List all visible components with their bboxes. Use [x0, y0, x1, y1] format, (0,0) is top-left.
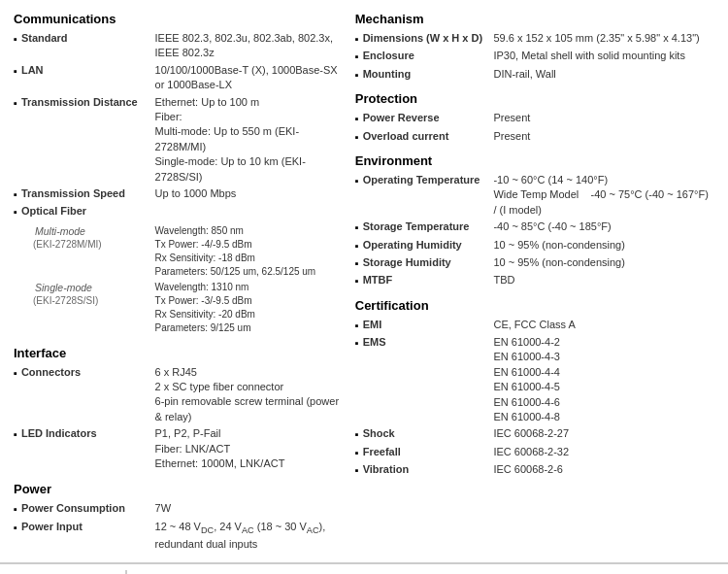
power-input-label: Power Input: [21, 520, 83, 534]
led-value: P1, P2, P-Fail Fiber: LNK/ACT Ethernet: …: [153, 425, 346, 472]
tx-speed-value: Up to 1000 Mbps: [153, 186, 346, 203]
table-row: ▪ EMI CE, FCC Class A: [355, 317, 714, 334]
op-humidity-value: 10 ~ 95% (non-condensing): [491, 237, 714, 254]
environment-table: ▪ Operating Temperature -10 ~ 60°C (14 ~…: [355, 172, 714, 290]
protection-table: ▪ Power Reverse Present ▪ Overload curre…: [355, 110, 714, 146]
emi-label: EMI: [363, 318, 382, 332]
sm-line1: Wavelength: 1310 nm: [155, 281, 344, 294]
left-column: Communications ▪ Standard IEEE 802.3, 80…: [14, 12, 346, 555]
bullet-icon: ▪: [355, 50, 359, 64]
interface-table: ▪ Connectors 6 x RJ45 2 x SC type fiber …: [14, 364, 346, 473]
conn-line2: 2 x SC type fiber connector: [155, 380, 344, 394]
dimensions-value: 59.6 x 152 x 105 mm (2.35" x 5.98" x 4.1…: [491, 30, 714, 48]
optical-fiber-table: Multi-mode (EKI-2728M/MI) Wavelength: 85…: [14, 223, 346, 336]
bullet-icon: ▪: [355, 112, 359, 126]
power-input-value: 12 ~ 48 VDC, 24 VAC (18 ~ 30 VAC), redun…: [153, 519, 346, 553]
connectors-value: 6 x RJ45 2 x SC type fiber connector 6-p…: [153, 364, 346, 426]
table-row: ▪ Storage Humidity 10 ~ 95% (non-condens…: [355, 254, 714, 272]
overload-current-label: Overload current: [363, 129, 449, 144]
mm-line1: Wavelength: 850 nm: [155, 224, 344, 238]
table-row: ▪ Power Consumption 7W: [14, 500, 346, 518]
bullet-icon: ▪: [355, 256, 359, 271]
bullet-icon: ▪: [14, 205, 17, 219]
table-row: ▪ Dimensions (W x H x D) 59.6 x 152 x 10…: [355, 30, 714, 48]
tx-dist-line4: Single-mode: Up to 10 km (EKI-2728S/SI): [155, 154, 344, 185]
bullet-icon: ▪: [355, 130, 359, 145]
table-row: ▪ Enclosure IP30, Metal shell with solid…: [355, 48, 714, 65]
logo: ADʌANTECH: [14, 570, 114, 574]
op-temp-line1: -10 ~ 60°C (14 ~ 140°F): [493, 173, 712, 187]
freefall-label: Freefall: [363, 445, 401, 459]
tx-distance-value: Ethernet: Up to 100 m Fiber: Multi-mode:…: [153, 94, 346, 186]
bullet-icon: ▪: [355, 68, 359, 83]
table-row: ▪ EMS EN 61000-4-2 EN 61000-4-3 EN 61000…: [355, 334, 714, 425]
page-wrapper: Communications ▪ Standard IEEE 802.3, 80…: [0, 0, 728, 574]
storage-humidity-value: 10 ~ 95% (non-condensing): [491, 254, 714, 272]
lan-value: 10/100/1000Base-T (X), 1000Base-SX or 10…: [153, 62, 346, 94]
table-row: ▪ LED Indicators P1, P2, P-Fail Fiber: L…: [14, 425, 346, 472]
bullet-icon: ▪: [355, 32, 359, 47]
bullet-icon: ▪: [14, 427, 17, 442]
table-row: ▪ Transmission Distance Ethernet: Up to …: [14, 94, 346, 186]
certification-table: ▪ EMI CE, FCC Class A ▪ EMS: [355, 317, 714, 480]
ems-line2: EN 61000-4-3: [493, 350, 712, 364]
tx-dist-line2: Fiber:: [155, 110, 344, 124]
table-row: ▪ Vibration IEC 60068-2-6: [355, 461, 714, 479]
table-row: ▪ LAN 10/100/1000Base-T (X), 1000Base-SX…: [14, 62, 346, 94]
shock-label: Shock: [363, 426, 395, 441]
tx-speed-label: Transmission Speed: [21, 186, 125, 201]
sm-line3: Rx Sensitivity: -20 dBm: [155, 308, 344, 321]
table-row: ▪ Operating Temperature -10 ~ 60°C (14 ~…: [355, 172, 714, 219]
enclosure-label: Enclosure: [363, 49, 414, 63]
standard-label: Standard: [21, 31, 68, 46]
table-row: ▪ Overload current Present: [355, 128, 714, 146]
singlemode-label: Single-mode: [23, 281, 151, 295]
mm-line2: Tx Power: -4/-9.5 dBm: [155, 238, 344, 252]
power-reverse-label: Power Reverse: [363, 111, 440, 125]
content-area: Communications ▪ Standard IEEE 802.3, 80…: [0, 0, 728, 562]
mounting-label: Mounting: [363, 67, 411, 82]
bullet-icon: ▪: [355, 274, 359, 288]
bullet-icon: ▪: [14, 502, 17, 517]
footer: ADʌANTECH Industrial Ethernet Soultions: [0, 562, 728, 574]
table-row: Multi-mode (EKI-2728M/MI) Wavelength: 85…: [14, 223, 346, 280]
main-content: Communications ▪ Standard IEEE 802.3, 80…: [0, 0, 728, 562]
multimode-eki: (EKI-2728M/MI): [23, 238, 151, 252]
table-row: ▪ Transmission Speed Up to 1000 Mbps: [14, 186, 346, 203]
mm-line4: Parameters: 50/125 um, 62.5/125 um: [155, 265, 344, 279]
table-row: Single-mode (EKI-2728S/SI) Wavelength: 1…: [14, 280, 346, 336]
tx-dist-line3: Multi-mode: Up to 550 m (EKI-2728M/MI): [155, 124, 344, 154]
multimode-values: Wavelength: 850 nm Tx Power: -4/-9.5 dBm…: [153, 223, 346, 280]
right-column: Mechanism ▪ Dimensions (W x H x D) 59.6 …: [355, 12, 714, 555]
ems-line6: EN 61000-4-8: [493, 410, 712, 424]
connectors-label: Connectors: [21, 365, 81, 380]
shock-value: IEC 60068-2-27: [491, 425, 714, 443]
bullet-icon: ▪: [14, 187, 17, 202]
bullet-icon: ▪: [355, 427, 359, 442]
footer-area: ADʌANTECH Industrial Ethernet Soultions …: [0, 562, 728, 574]
ems-label: EMS: [363, 335, 386, 350]
section-communications: Communications: [14, 12, 346, 26]
table-row: ▪ Storage Temperature -40 ~ 85°C (-40 ~ …: [355, 219, 714, 236]
table-row: ▪ Connectors 6 x RJ45 2 x SC type fiber …: [14, 364, 346, 426]
vibration-label: Vibration: [363, 462, 409, 477]
bullet-icon: ▪: [355, 174, 359, 188]
op-humidity-label: Operating Humidity: [363, 238, 462, 253]
bullet-icon: ▪: [14, 521, 17, 535]
communications-table: ▪ Standard IEEE 802.3, 802.3u, 802.3ab, …: [14, 30, 346, 221]
table-row: ▪ Shock IEC 60068-2-27: [355, 425, 714, 443]
storage-temp-value: -40 ~ 85°C (-40 ~ 185°F): [491, 219, 714, 236]
led-line3: Ethernet: 1000M, LNK/ACT: [155, 456, 344, 471]
op-temp-value: -10 ~ 60°C (14 ~ 140°F) Wide Temp Model …: [491, 172, 714, 219]
section-mechanism: Mechanism: [355, 12, 714, 26]
table-row: ▪ Power Reverse Present: [355, 110, 714, 127]
conn-line1: 6 x RJ45: [155, 365, 344, 380]
table-row: ▪ Freefall IEC 60068-2-32: [355, 444, 714, 461]
sm-line4: Parameters: 9/125 um: [155, 321, 344, 335]
bullet-icon: ▪: [355, 446, 359, 460]
table-row: ▪ Operating Humidity 10 ~ 95% (non-conde…: [355, 237, 714, 254]
ems-line4: EN 61000-4-5: [493, 380, 712, 394]
footer-logo-area: ADʌANTECH: [14, 570, 127, 574]
section-interface: Interface: [14, 346, 346, 360]
storage-humidity-label: Storage Humidity: [363, 255, 451, 270]
